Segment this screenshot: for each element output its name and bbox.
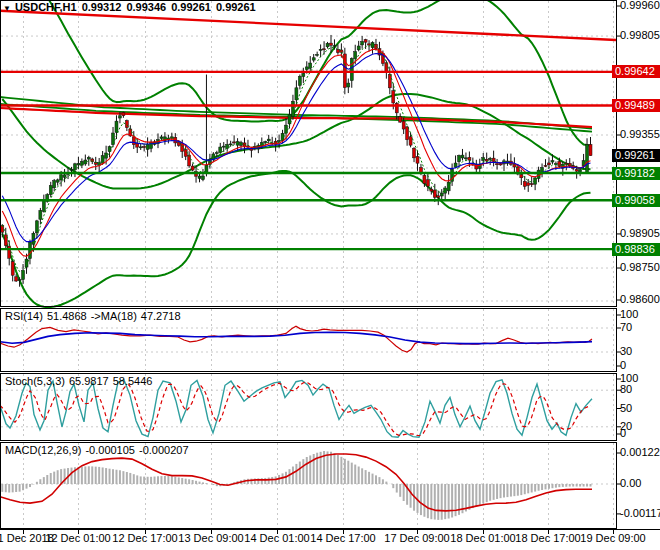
ohlc-low: 0.99261 (171, 1, 211, 13)
main-chart-region[interactable] (0, 0, 616, 306)
symbol-label: USDCHF,H1 (15, 1, 77, 13)
chart-title: ▼USDCHF,H10.993120.993460.992610.99261 (3, 1, 261, 13)
macd-main-value: -0.000105 (85, 444, 135, 456)
stoch-scale-label: 50 (620, 402, 632, 415)
price-badge-red: 0.99489 (612, 99, 660, 112)
macd-label: MACD(12,26,9)-0.000105-0.000207 (5, 444, 193, 456)
stoch-d-value: 58.5446 (113, 375, 153, 387)
time-axis-label: 13 Dec 09:00 (178, 532, 243, 544)
macd-scale-label: -0.001177 (620, 507, 660, 520)
time-axis-label: 12 Dec 17:00 (112, 532, 177, 544)
rsi-scale-label: 100 (620, 308, 638, 321)
macd-scale-label: 0.00 (620, 477, 641, 490)
stoch-scale-label: 80 (620, 383, 632, 396)
price-scale-label: 0.98905 (620, 227, 660, 240)
stoch-scale-label: 0 (620, 427, 626, 440)
price-badge-green: 0.99182 (612, 167, 660, 180)
rsi-scale-label: 30 (620, 345, 632, 358)
price-badge-green: 0.99058 (612, 194, 660, 207)
rsi-scale-label: 0 (620, 359, 626, 372)
macd-signal-value: -0.000207 (139, 444, 189, 456)
rsi-value: 51.4868 (47, 310, 87, 322)
price-scale-label: 0.99960 (620, 0, 660, 12)
symbol-dropdown-icon[interactable]: ▼ (3, 4, 11, 13)
rsi-ma-value: 47.2718 (141, 310, 181, 322)
time-axis-label: 14 Dec 01:00 (244, 532, 309, 544)
price-scale-label: 0.98750 (620, 261, 660, 274)
macd-name: MACD(12,26,9) (5, 444, 81, 456)
price-scale-label: 0.98600 (620, 293, 660, 306)
time-axis-label: 18 Dec 01:00 (450, 532, 515, 544)
stoch-label: Stoch(5,3,3)65.981758.5446 (5, 375, 156, 387)
stoch-k-value: 65.9817 (69, 375, 109, 387)
time-axis-label: 14 Dec 17:00 (310, 532, 375, 544)
time-axis-label: 12 Dec 01:00 (45, 532, 110, 544)
chart-window: ▼USDCHF,H10.993120.993460.992610.99261 R… (0, 0, 660, 550)
price-badge-black: 0.99261 (612, 149, 660, 162)
price-badge-red: 0.99642 (612, 65, 660, 78)
ohlc-open: 0.99312 (82, 1, 122, 13)
price-scale-label: 0.99355 (620, 128, 660, 141)
macd-scale-label: 0.00122 (620, 446, 660, 459)
time-axis-label: 17 Dec 09:00 (384, 532, 449, 544)
ohlc-close: 0.99261 (216, 1, 256, 13)
price-badge-green: 0.98836 (612, 243, 660, 256)
rsi-scale-label: 70 (620, 321, 632, 334)
stoch-name: Stoch(5,3,3) (5, 375, 65, 387)
ohlc-high: 0.99346 (126, 1, 166, 13)
time-axis-label: 19 Dec 09:00 (580, 532, 645, 544)
rsi-name: RSI(14) (5, 310, 43, 322)
rsi-ma-name: ->MA(18) (91, 310, 137, 322)
price-scale-label: 0.99805 (620, 29, 660, 42)
rsi-label: RSI(14)51.4868->MA(18)47.2718 (5, 310, 185, 322)
time-axis-label: 18 Dec 17:00 (515, 532, 580, 544)
